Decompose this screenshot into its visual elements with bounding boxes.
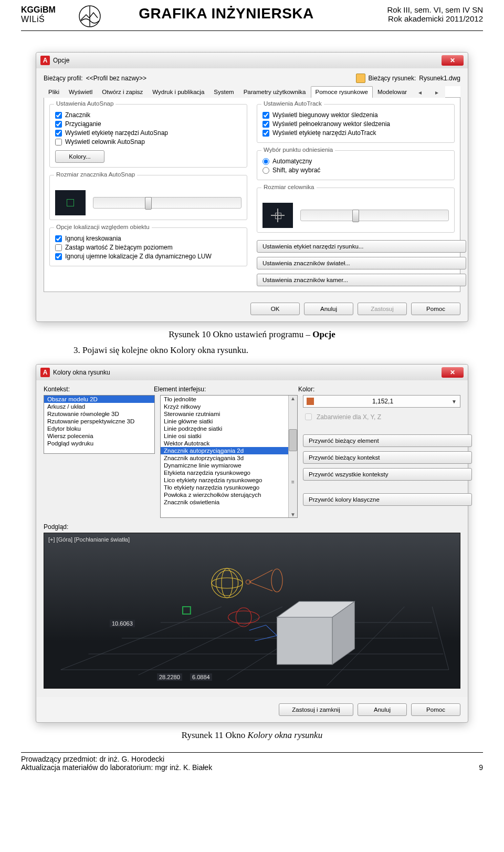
grp-autotrack: Ustawienia AutoTrack Wyświetl biegunowy … bbox=[257, 104, 455, 143]
btn-kolory-klasyczne[interactable]: Przywróć kolory klasyczne bbox=[303, 493, 472, 506]
list-item[interactable]: Etykieta narzędzia rysunkowego bbox=[161, 469, 297, 476]
rad-shift[interactable]: Shift, aby wybrać bbox=[262, 167, 449, 174]
pomoc-button-2[interactable]: Pomoc bbox=[411, 703, 460, 716]
svg-line-18 bbox=[249, 570, 272, 582]
list-item[interactable]: Tło etykiety narzędzia rysunkowego bbox=[161, 484, 297, 491]
chk-ignoruj-ujemne[interactable]: Ignoruj ujemne lokalizacje Z dla dynamic… bbox=[55, 253, 242, 260]
app-icon: A bbox=[40, 56, 50, 65]
chk-ignoruj-kresk[interactable]: Ignoruj kreskowania bbox=[55, 235, 242, 242]
kolory-button[interactable]: Kolory... bbox=[55, 150, 104, 163]
svg-rect-21 bbox=[183, 607, 191, 614]
ok-button[interactable]: OK bbox=[250, 303, 300, 315]
btn-przywroc-element[interactable]: Przywróć bieżący element bbox=[303, 434, 472, 447]
dim-1: 10.6063 bbox=[110, 620, 135, 627]
chk-znacznik[interactable]: Znacznik bbox=[55, 111, 242, 119]
grp-autosnap: Ustawienia AutoSnap Znacznik Przyciągani… bbox=[49, 104, 247, 168]
chk-etykieta-autosnap[interactable]: Wyświetl etykietę narzędzi AutoSnap bbox=[55, 129, 242, 137]
list-item[interactable]: Linie osi siatki bbox=[161, 432, 297, 440]
list-item[interactable]: Znacznik autoprzyciągania 3d bbox=[161, 454, 297, 462]
tab-system[interactable]: System bbox=[209, 86, 238, 98]
list-item[interactable]: Linie podrzędne siatki bbox=[161, 425, 297, 432]
aperture-slider[interactable] bbox=[300, 210, 449, 221]
marker-preview bbox=[55, 190, 86, 215]
anuluj-button-2[interactable]: Anuluj bbox=[358, 703, 407, 716]
kolor-combo[interactable]: 1,152,1 ▼ bbox=[303, 395, 460, 408]
grp-lok: Opcje lokalizacji względem obiektu Ignor… bbox=[49, 227, 247, 266]
btn-swiatel[interactable]: Ustawienia znaczników świateł... bbox=[257, 257, 466, 269]
tab-wydruk[interactable]: Wydruk i publikacja bbox=[148, 86, 209, 98]
tab-nav-left-icon[interactable]: ◂ bbox=[412, 86, 428, 98]
list-item[interactable]: Lico etykiety narzędzia rysunkowego bbox=[161, 476, 297, 484]
grp-lok-cap: Opcje lokalizacji względem obiektu bbox=[54, 224, 152, 230]
opcje-dialog: A Opcje ✕ Bieżący profil: <<Profil bez n… bbox=[36, 52, 468, 322]
list-item[interactable]: Linie główne siatki bbox=[161, 418, 297, 425]
list-item[interactable]: Dynamiczne linie wymiarowe bbox=[161, 462, 297, 469]
svg-point-17 bbox=[271, 569, 282, 592]
btn-przywroc-wszystkie[interactable]: Przywróć wszystkie konteksty bbox=[303, 468, 472, 481]
kontekst-label: Kontekst: bbox=[44, 386, 154, 393]
kontekst-list[interactable]: Obszar modelu 2D Arkusz / układ Rzutowan… bbox=[44, 395, 155, 454]
doc-title: GRAFIKA INŻYNIERSKA bbox=[101, 5, 352, 22]
grp-autotrack-cap: Ustawienia AutoTrack bbox=[261, 100, 324, 107]
caption-2: Rysunek 11 Okno Kolory okna rysunku bbox=[21, 730, 483, 741]
chk-pelnoekran[interactable]: Wyświetl pełnoekranowy wektor śledzenia bbox=[262, 120, 449, 128]
list-item[interactable]: Rzutowanie równoległe 3D bbox=[44, 410, 154, 418]
tab-wyswietl[interactable]: Wyświetl bbox=[64, 86, 97, 98]
tab-pliki[interactable]: Pliki bbox=[44, 86, 64, 98]
chk-etykieta-autotrack[interactable]: Wyświetl etykietę narzędzi AutoTrack bbox=[262, 129, 449, 137]
btn-etykiet[interactable]: Ustawienia etykiet narzędzi rysunku... bbox=[257, 240, 466, 253]
grp-punkt: Wybór punktu odniesienia Automatyczny Sh… bbox=[257, 150, 455, 180]
footer-line2: Aktualizacja materiałów do laboratorium:… bbox=[21, 763, 212, 772]
list-item[interactable]: Sterowanie rzutniami bbox=[161, 410, 297, 418]
marker-slider[interactable] bbox=[93, 197, 242, 209]
list-item[interactable]: Powłoka z wierzchołków sterujących bbox=[161, 491, 297, 498]
color-swatch-icon bbox=[307, 398, 314, 405]
tab-nav-right-icon[interactable]: ▸ bbox=[428, 86, 445, 98]
list-item[interactable]: Obszar modelu 2D bbox=[44, 396, 154, 403]
svg-point-22 bbox=[228, 611, 259, 624]
zastosuj-zamknij-button[interactable]: Zastosuj i zamknij bbox=[279, 703, 353, 716]
list-item[interactable]: Arkusz / układ bbox=[44, 403, 154, 410]
zastosuj-button[interactable]: Zastosuj bbox=[358, 303, 407, 315]
chk-biegunowy[interactable]: Wyświetl biegunowy wektor śledzenia bbox=[262, 111, 449, 119]
tab-otworz[interactable]: Otwórz i zapisz bbox=[97, 86, 148, 98]
kolor-value: 1,152,1 bbox=[372, 398, 393, 405]
profile-value: <<Profil bez nazwy>> bbox=[86, 75, 146, 82]
app-icon: A bbox=[40, 368, 50, 377]
list-item[interactable]: Edytor bloku bbox=[44, 425, 154, 432]
scrollbar[interactable]: ▲≡▼ bbox=[288, 396, 297, 517]
dim-2b: 6.0884 bbox=[190, 673, 212, 681]
pomoc-button[interactable]: Pomoc bbox=[411, 303, 460, 315]
tab-parametry[interactable]: Parametry użytkownika bbox=[239, 86, 311, 98]
chk-celownik-autosnap[interactable]: Wyświetl celownik AutoSnap bbox=[55, 138, 242, 146]
tab-pomoce[interactable]: Pomoce rysunkowe bbox=[311, 86, 373, 98]
rad-auto[interactable]: Automatyczny bbox=[262, 158, 449, 165]
list-item[interactable]: Tło jednolite bbox=[161, 396, 297, 403]
profile-label: Bieżący profil: bbox=[44, 75, 83, 82]
svg-line-19 bbox=[249, 582, 272, 591]
list-item[interactable]: Wiersz polecenia bbox=[44, 432, 154, 440]
tint-checkbox[interactable]: Zabarwienie dla X, Y, Z bbox=[303, 412, 460, 422]
svg-line-6 bbox=[139, 607, 283, 675]
preview-3d: [+] [Góra] [Pochłanianie światła] bbox=[44, 533, 460, 689]
btn-kamer[interactable]: Ustawienia znaczników kamer... bbox=[257, 274, 466, 286]
close-icon[interactable]: ✕ bbox=[442, 367, 464, 378]
list-item[interactable]: Znacznik autoprzyciągania 2d bbox=[161, 447, 297, 454]
list-item[interactable]: Krzyż nitkowy bbox=[161, 403, 297, 410]
list-item[interactable]: Podgląd wydruku bbox=[44, 440, 154, 447]
anuluj-button[interactable]: Anuluj bbox=[304, 303, 353, 315]
element-list[interactable]: Tło jednolite Krzyż nitkowy Sterowanie r… bbox=[160, 395, 298, 518]
btn-przywroc-kontekst[interactable]: Przywróć bieżący kontekst bbox=[303, 451, 472, 464]
tab-modelowar[interactable]: Modelowar bbox=[373, 86, 412, 98]
kolor-label: Kolor: bbox=[298, 386, 460, 393]
hud-text: [+] [Góra] [Pochłanianie światła] bbox=[48, 536, 130, 543]
list-item[interactable]: Rzutowanie perspektywiczne 3D bbox=[44, 418, 154, 425]
list-item[interactable]: Wektor Autotrack bbox=[161, 440, 297, 447]
element-label: Element interfejsu: bbox=[154, 386, 298, 393]
grp-autosnap-cap: Ustawienia AutoSnap bbox=[54, 100, 116, 107]
close-icon[interactable]: ✕ bbox=[442, 55, 464, 66]
chk-zastap-z[interactable]: Zastąp wartość Z bieżącym poziomem bbox=[55, 244, 242, 251]
chk-przyciaganie[interactable]: Przyciąganie bbox=[55, 120, 242, 128]
list-item[interactable]: Znacznik oświetlenia bbox=[161, 498, 297, 506]
hdr-left1: KGGiBM bbox=[21, 5, 74, 15]
